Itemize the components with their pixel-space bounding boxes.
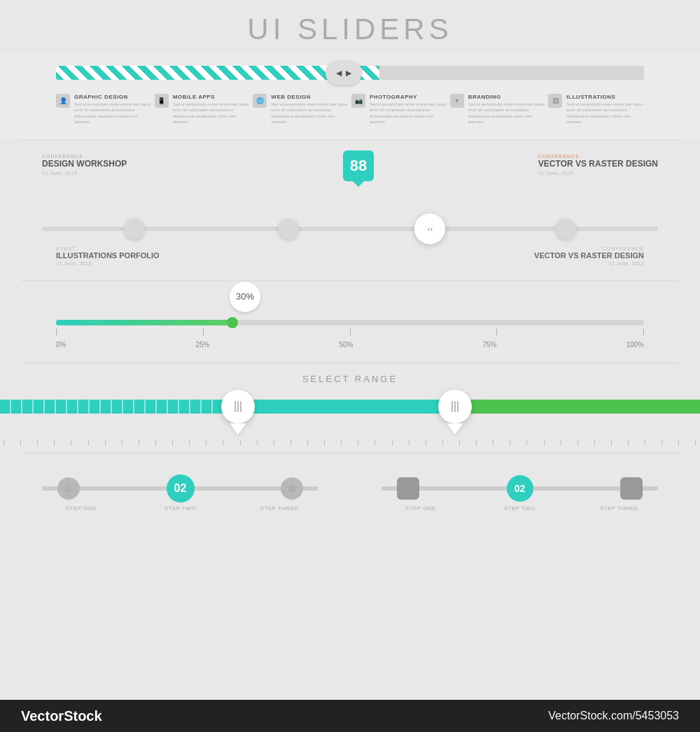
range-rail <box>0 400 700 414</box>
timeline-badge: 88 <box>343 150 374 181</box>
range-tick <box>409 440 410 446</box>
range-tick <box>4 440 4 446</box>
carousel-section: ◀ ▶ 👤 GRAPHIC DESIGN Sed ut perspiciatis… <box>0 53 700 139</box>
range-right <box>455 400 700 414</box>
range-tick <box>493 440 493 446</box>
bottom-title-2: VECTOR VS RASTER DESIGN <box>534 251 644 260</box>
conference-date-2: 11 June, 2015 <box>538 170 658 176</box>
bottom-event-1: EVENT ILLUSTRATIONS PORFOLIO 11 June, 20… <box>56 246 160 267</box>
range-tick <box>71 440 71 446</box>
carousel-item-title: WEB DESIGN <box>271 94 349 100</box>
range-tick <box>662 440 662 446</box>
next-icon[interactable]: ▶ <box>346 69 351 78</box>
range-tick <box>155 440 156 446</box>
carousel-item-icon: 📱 <box>155 94 169 108</box>
range-left <box>0 400 238 414</box>
step-track-1: ① 02 ③ <box>21 474 340 502</box>
step-node-1-2[interactable]: 02 <box>167 474 195 502</box>
range-tick <box>37 440 38 446</box>
progress-label: 50% <box>339 341 353 349</box>
timeline-top: CONFERENCE DESIGN WORKSHOP 11 June, 2015… <box>21 154 679 176</box>
carousel-item-desc: Sed ut perspiciatis unde omnis iste natu… <box>271 101 349 125</box>
footer-url: VectorStock.com/5453053 <box>548 710 679 722</box>
carousel-item-text: BRANDING Sed ut perspiciatis unde omnis … <box>468 94 546 125</box>
page-title: UI SLIDERS <box>0 0 700 53</box>
progress-label: 75% <box>482 341 496 349</box>
timeline-thumb-2[interactable] <box>278 218 299 239</box>
step-slider-2: 02 STEP ONE STEP TWO STEP THREE <box>360 474 679 512</box>
range-tick <box>578 440 578 446</box>
carousel-item-icon: 📷 <box>351 94 365 108</box>
timeline-thumb-4[interactable] <box>555 218 576 239</box>
range-tick <box>105 440 106 446</box>
carousel-item-title: ILLUSTRATIONS <box>566 94 644 100</box>
carousel-item-text: WEB DESIGN Sed ut perspiciatis unde omni… <box>271 94 349 125</box>
carousel-item-title: GRAPHIC DESIGN <box>74 94 152 100</box>
range-tick <box>695 440 696 446</box>
conference-title-2: VECTOR VS RASTER DESIGN <box>538 159 658 169</box>
carousel-item-title: MOBILE APPS <box>173 94 251 100</box>
range-handle-right[interactable] <box>438 390 472 423</box>
bottom-title-1: ILLUSTRATIONS PORFOLIO <box>56 251 160 260</box>
range-tick <box>341 440 342 446</box>
step-label-2-3: STEP THREE <box>569 505 668 512</box>
timeline-thumb-active[interactable]: ‹› <box>414 213 445 244</box>
range-scale <box>0 440 700 446</box>
carousel-item-icon: 👤 <box>56 94 70 108</box>
carousel-item: 🖼 ILLUSTRATIONS Sed ut perspiciatis unde… <box>548 94 644 125</box>
range-tick <box>206 440 206 446</box>
conference-title-1: DESIGN WORKSHOP <box>42 159 127 169</box>
timeline-thumb-1[interactable] <box>124 218 145 239</box>
step-label-2-1: STEP ONE <box>371 505 470 512</box>
carousel-item-text: PHOTOGRAPHY Sed ut perspiciatis unde omn… <box>370 94 447 125</box>
carousel-items: 👤 GRAPHIC DESIGN Sed ut perspiciatis und… <box>56 94 644 125</box>
handle-bar-2 <box>237 401 239 412</box>
carousel-item-desc: Sed ut perspiciatis unde omnis iste natu… <box>566 101 644 125</box>
step-labels-2: STEP ONE STEP TWO STEP THREE <box>360 505 679 512</box>
timeline-section: CONFERENCE DESIGN WORKSHOP 11 June, 2015… <box>0 140 700 281</box>
handle-bar-4 <box>451 401 453 412</box>
range-tick <box>442 440 443 446</box>
carousel-item: 📷 PHOTOGRAPHY Sed ut perspiciatis unde o… <box>351 94 447 125</box>
carousel-item: 🌐 WEB DESIGN Sed ut perspiciatis unde om… <box>253 94 349 125</box>
select-range-label: SELECT RANGE <box>0 374 700 384</box>
progress-fill <box>56 320 232 325</box>
range-tick <box>426 440 426 446</box>
handle-bar-5 <box>454 401 456 412</box>
range-handle-left[interactable] <box>221 390 255 423</box>
carousel-item-desc: Sed ut perspiciatis unde omnis iste natu… <box>74 101 152 125</box>
carousel-item-icon: 🖼 <box>548 94 562 108</box>
prev-icon[interactable]: ◀ <box>336 69 342 78</box>
step-section: ① 02 ③ STEP ONE STEP TWO STEP THREE 02 S… <box>0 453 700 519</box>
carousel-controls[interactable]: ◀ ▶ <box>326 60 362 85</box>
range-tick <box>139 440 139 446</box>
step-node-1-1[interactable]: ① <box>57 477 80 500</box>
range-tick <box>510 440 510 446</box>
step-label-1-2: STEP TWO <box>131 505 230 512</box>
step-node-2-1[interactable] <box>397 477 419 500</box>
range-tick <box>459 440 460 446</box>
step-node-1-3[interactable]: ③ <box>281 477 303 500</box>
range-tick <box>628 440 629 446</box>
handle-arrow-right <box>447 423 463 435</box>
bottom-date-1: 11 June, 2015 <box>56 260 160 267</box>
handle-bar-6 <box>457 401 458 412</box>
step-track-2: 02 <box>360 474 679 502</box>
step-label-2-2: STEP TWO <box>470 505 570 512</box>
range-tick <box>20 440 21 446</box>
carousel-item-icon: ✦ <box>450 94 464 108</box>
carousel-item-desc: Sed ut perspiciatis unde omnis iste natu… <box>370 101 447 125</box>
step-labels-1: STEP ONE STEP TWO STEP THREE <box>21 505 340 512</box>
handle-arrow-left <box>230 423 246 435</box>
range-tick <box>240 440 241 446</box>
carousel-track: ◀ ▶ <box>56 60 644 85</box>
step-label-1-1: STEP ONE <box>31 505 131 512</box>
range-tick <box>645 440 645 446</box>
range-track <box>0 394 700 419</box>
progress-track[interactable] <box>56 320 644 325</box>
step-node-2-3[interactable] <box>620 477 643 500</box>
carousel-item: 👤 GRAPHIC DESIGN Sed ut perspiciatis und… <box>56 94 152 125</box>
step-node-2-2[interactable]: 02 <box>507 475 533 502</box>
progress-knob[interactable] <box>227 317 238 328</box>
range-tick <box>223 440 223 446</box>
